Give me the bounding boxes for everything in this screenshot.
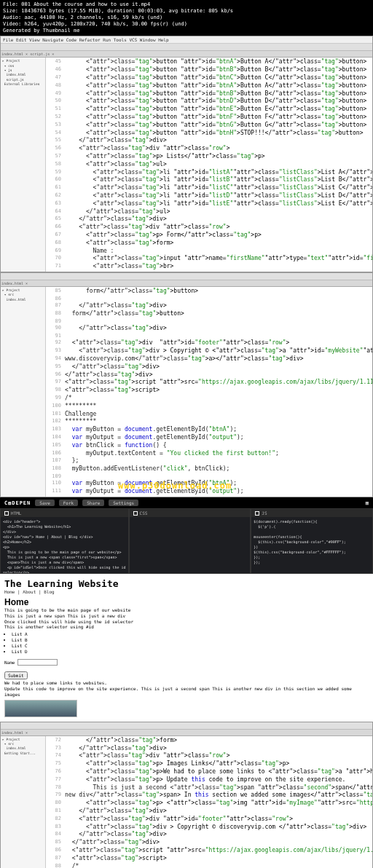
meta-gen: Generated by Thumbnail me	[3, 28, 370, 34]
fork-button[interactable]: Fork	[59, 500, 78, 506]
list-item: List A	[12, 631, 369, 637]
css-icon	[133, 511, 138, 516]
codepen-header: C⧈DEPEN Save Fork Share Settings ▦	[0, 497, 373, 508]
preview-image	[4, 700, 77, 717]
html-icon	[4, 511, 9, 516]
ide-toolbar-3[interactable]	[1, 722, 372, 730]
ide-pane-1: File Edit View Navigate Code Refactor Ru…	[0, 36, 373, 272]
codepen-editor: C⧈DEPEN Save Fork Share Settings ▦ HTML …	[0, 497, 373, 574]
meta-audio: Audio: aac, 44100 Hz, 2 channels, s16, 5…	[3, 15, 370, 21]
js-code[interactable]: $(document).ready(function(){ $('p').( m…	[251, 517, 372, 573]
code-editor-3[interactable]: 72 </"attr">class="tag">form>73 </"attr"…	[46, 736, 372, 868]
meta-file: File: 001 About the course and how to us…	[3, 1, 370, 8]
ide-pane-2: index.html × ▸ Project ▾ src index.html …	[0, 272, 373, 497]
ide-toolbar[interactable]	[1, 44, 372, 51]
html-pane[interactable]: HTML <div id="header"> <h1>The Learning …	[0, 508, 129, 574]
preview-heading: Home	[4, 597, 369, 607]
html-code[interactable]: <div id="header"> <h1>The Learning Websi…	[1, 517, 128, 573]
page-title: The Learning Website	[4, 578, 369, 589]
name-input[interactable]	[17, 659, 58, 666]
meta-video: Video: h264, yuv420p, 1280x720, 740 kb/s…	[3, 21, 370, 28]
ide-pane-3: index.html × ▸ Project ▾ src index.html …	[0, 722, 373, 868]
ide-tabs-3[interactable]: index.html ×	[1, 730, 372, 736]
settings-button[interactable]: Settings	[109, 500, 138, 506]
meta-size: Size: 18436763 bytes (17.55 MiB), durati…	[3, 8, 370, 15]
preview-nav[interactable]: Home | About | Blog	[4, 589, 369, 594]
list-item: List B	[12, 637, 369, 643]
js-icon	[255, 511, 259, 516]
css-pane[interactable]: CSS	[129, 508, 251, 574]
preview-p3[interactable]: Once clicked this will hide using the id…	[4, 619, 369, 625]
preview-p4: This is another selector using #id	[4, 624, 369, 630]
preview-p6: Update this code to improve on the site …	[4, 686, 369, 698]
list-item: List D	[12, 649, 369, 655]
submit-button[interactable]: Submit	[4, 671, 28, 679]
ide-menubar[interactable]: File Edit View Navigate Code Refactor Ru…	[1, 36, 372, 44]
code-editor-1[interactable]: 45 <"attr">class="tag">button "attr">id=…	[46, 58, 372, 272]
preview-list: List A List B List C List D	[12, 631, 369, 654]
js-pane[interactable]: JS $(document).ready(function(){ $('p').…	[251, 508, 373, 574]
preview-p5: We had to place some links to websites.	[4, 680, 369, 686]
preview-pane: The Learning Website Home | About | Blog…	[0, 574, 373, 722]
ide-tabs-2[interactable]: index.html ×	[1, 280, 372, 287]
code-editor-2[interactable]: 85 form</"attr">class="tag">button>8687 …	[46, 287, 372, 497]
css-code[interactable]	[130, 517, 251, 573]
preview-p2: This is just a new span This is just a n…	[4, 613, 369, 619]
project-sidebar-2[interactable]: ▸ Project ▾ src index.html	[1, 287, 46, 497]
share-button[interactable]: Share	[82, 500, 104, 506]
ide-tabs[interactable]: index.html × script.js ×	[1, 51, 372, 58]
project-sidebar[interactable]: ▸ Project ▾ css ▾ js index.html script.j…	[1, 58, 46, 272]
codepen-logo-icon: C⧈DEPEN	[4, 500, 31, 506]
layout-icon[interactable]: ▦	[366, 500, 369, 506]
name-label: Name	[4, 660, 15, 665]
save-button[interactable]: Save	[35, 500, 54, 506]
video-metadata: File: 001 About the course and how to us…	[0, 0, 373, 36]
list-item: List C	[12, 643, 369, 649]
project-sidebar-3[interactable]: ▸ Project ▾ src index.html Getting Start…	[1, 736, 46, 868]
preview-p1: This is going to be the main page of our…	[4, 607, 369, 613]
ide-toolbar-2[interactable]	[1, 273, 372, 280]
